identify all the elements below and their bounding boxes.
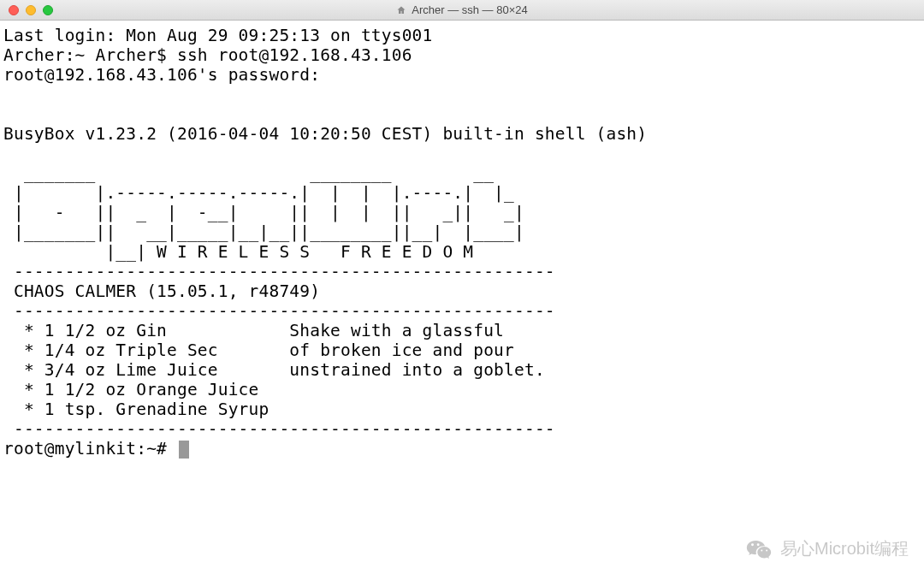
window-title-wrap: Archer — ssh — 80×24: [0, 3, 924, 16]
window-title: Archer — ssh — 80×24: [412, 3, 527, 16]
zoom-button[interactable]: [43, 5, 53, 15]
watermark: 易心Microbit编程: [746, 537, 909, 560]
prompt: root@mylinkit:~#: [3, 439, 177, 459]
terminal-viewport[interactable]: Last login: Mon Aug 29 09:25:13 on ttys0…: [0, 21, 924, 465]
traffic-lights: [0, 5, 53, 15]
close-button[interactable]: [9, 5, 19, 15]
wechat-icon: [746, 539, 772, 559]
titlebar: Archer — ssh — 80×24: [0, 0, 924, 21]
terminal-output: Last login: Mon Aug 29 09:25:13 on ttys0…: [3, 26, 647, 439]
cursor: [179, 441, 189, 459]
home-icon: [396, 5, 406, 15]
watermark-text: 易心Microbit编程: [780, 537, 909, 560]
minimize-button[interactable]: [26, 5, 36, 15]
